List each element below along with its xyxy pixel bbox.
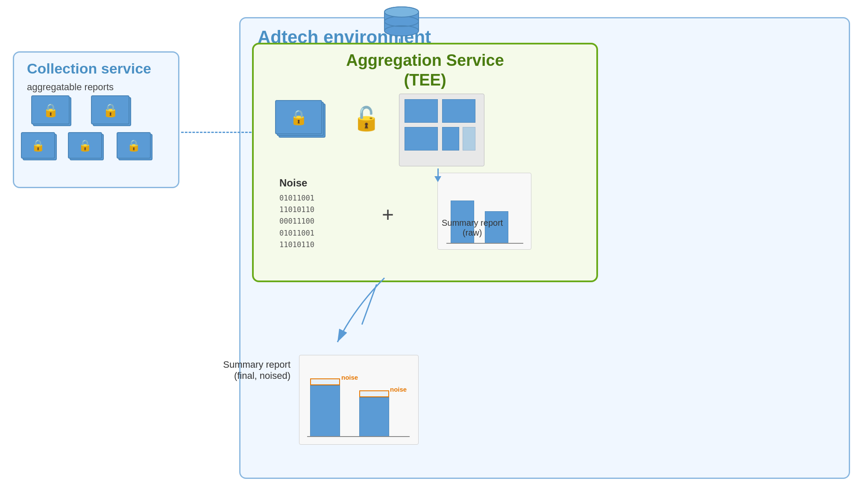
unlocked-padlock: 🔓 <box>352 105 381 132</box>
noise-binary: 0101100111010110000111000101100111010110 <box>279 192 314 251</box>
bar2 <box>359 397 389 437</box>
svg-point-4 <box>384 26 419 36</box>
down-arrow-line <box>437 168 439 177</box>
svg-point-6 <box>384 7 419 17</box>
down-arrow-head <box>434 176 441 182</box>
noise-bar2 <box>359 390 389 397</box>
plus-sign: + <box>382 203 394 226</box>
collection-service-subtitle: aggregatable reports <box>27 82 114 93</box>
main-container: Adtech environment Collection service ag… <box>0 0 868 496</box>
final-chart: noise noise <box>299 355 419 445</box>
collection-service-box: Collection service aggregatable reports … <box>13 51 179 188</box>
bar1 <box>310 385 340 437</box>
decoded-report <box>399 94 484 166</box>
noise-section: Noise 0101100111010110000111000101100111… <box>279 177 307 189</box>
noise-label-2: noise <box>390 386 407 393</box>
aggregation-service-box: Aggregation Service (TEE) 🔒 🔓 Noise <box>252 43 598 282</box>
noise-label-1: noise <box>341 374 358 381</box>
database-icon <box>382 4 421 40</box>
noise-label: Noise <box>279 177 307 189</box>
chart-baseline <box>307 436 410 437</box>
summary-final-label: Summary report (final, noised) <box>179 359 290 381</box>
raw-chart <box>437 173 531 250</box>
aggregation-service-title: Aggregation Service <box>254 51 596 70</box>
aggregation-service-tee: (TEE) <box>254 71 596 89</box>
collection-service-title: Collection service <box>27 60 151 77</box>
summary-raw-label: Summary report (raw) <box>442 218 503 238</box>
noise-bar1 <box>310 378 340 385</box>
